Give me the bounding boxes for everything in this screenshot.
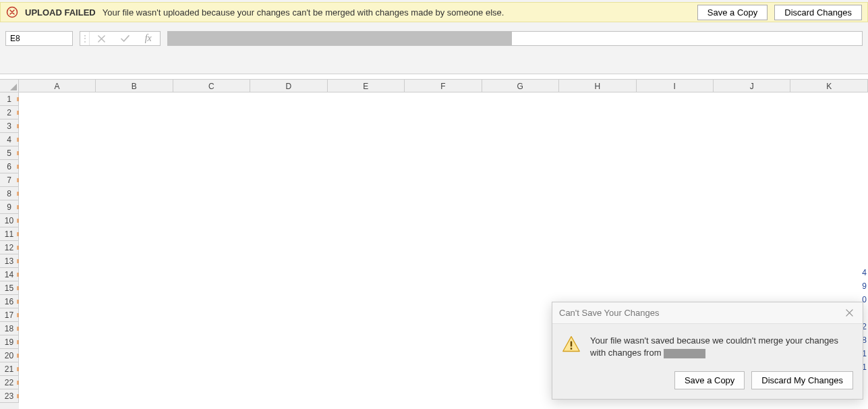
row-header[interactable]: 15	[0, 281, 19, 295]
svg-rect-1	[571, 342, 572, 347]
row-header[interactable]: 16	[0, 295, 19, 308]
row-header[interactable]: 22	[0, 376, 19, 389]
column-header[interactable]: I	[637, 79, 714, 92]
row-header[interactable]: 19	[0, 335, 19, 349]
column-header[interactable]: B	[96, 79, 173, 92]
column-header[interactable]: H	[559, 79, 636, 92]
column-header[interactable]: J	[714, 79, 790, 92]
close-icon[interactable]	[842, 306, 856, 320]
enter-icon[interactable]	[113, 35, 137, 43]
cancel-icon[interactable]	[90, 35, 113, 43]
formula-bar-area: ⋮ fx	[0, 28, 868, 74]
row-header[interactable]: 8	[0, 187, 19, 200]
row-header[interactable]: 11	[0, 227, 19, 241]
row-header[interactable]: 4	[0, 133, 19, 146]
formula-bar-controls: ⋮ fx	[80, 31, 161, 46]
row-header[interactable]: 21	[0, 362, 19, 376]
dialog-title-text: Can't Save Your Changes	[559, 308, 659, 318]
row-header[interactable]: 5	[0, 146, 19, 160]
column-header[interactable]: K	[790, 79, 867, 92]
column-header[interactable]: F	[405, 79, 482, 92]
column-headers: ABCDEFGHIJK	[0, 79, 868, 92]
row-header[interactable]: 17	[0, 308, 19, 322]
cell-fragment: 9	[862, 281, 867, 291]
row-header[interactable]: 12	[0, 241, 19, 254]
upload-failed-bar: UPLOAD FAILED Your file wasn't uploaded …	[0, 2, 868, 22]
row-header[interactable]: 6	[0, 160, 19, 173]
save-copy-button[interactable]: Save a Copy	[697, 5, 768, 20]
fx-icon[interactable]: fx	[136, 33, 160, 44]
row-header[interactable]: 1	[0, 92, 19, 106]
dialog-titlebar: Can't Save Your Changes	[552, 302, 863, 324]
row-header[interactable]: 13	[0, 254, 19, 268]
column-header[interactable]: G	[482, 79, 559, 92]
redacted-name	[664, 349, 705, 358]
row-header[interactable]: 14	[0, 268, 19, 281]
name-box[interactable]	[5, 31, 73, 46]
formula-bar: ⋮ fx	[5, 31, 863, 46]
row-header[interactable]: 9	[0, 200, 19, 214]
error-circle-icon	[6, 6, 18, 18]
row-header[interactable]: 3	[0, 119, 19, 133]
discard-changes-button[interactable]: Discard Changes	[774, 5, 862, 20]
row-header[interactable]: 20	[0, 349, 19, 362]
upload-failed-title: UPLOAD FAILED	[25, 7, 96, 18]
row-header[interactable]: 23	[0, 389, 19, 403]
row-header[interactable]: 10	[0, 214, 19, 227]
formula-input-redacted	[168, 32, 512, 45]
row-header[interactable]: 18	[0, 322, 19, 335]
dialog-discard-button[interactable]: Discard My Changes	[751, 371, 853, 389]
upload-failed-message: Your file wasn't uploaded because your c…	[103, 7, 504, 18]
more-icon[interactable]: ⋮	[80, 32, 90, 45]
row-header[interactable]: 2	[0, 106, 19, 119]
row-headers: 1234567891011121314151617181920212223	[0, 92, 19, 409]
column-header[interactable]: D	[250, 79, 327, 92]
column-header[interactable]: C	[173, 79, 250, 92]
cant-save-dialog: Can't Save Your Changes Your file wasn't…	[552, 302, 863, 400]
column-header[interactable]: E	[328, 79, 405, 92]
cell-fragment: 4	[862, 268, 867, 277]
row-header[interactable]: 7	[0, 173, 19, 187]
dialog-message: Your file wasn't saved because we couldn…	[590, 335, 853, 359]
formula-input[interactable]	[167, 31, 863, 46]
select-all-corner[interactable]	[0, 79, 19, 92]
svg-rect-2	[571, 348, 572, 350]
dialog-save-copy-button[interactable]: Save a Copy	[674, 371, 745, 389]
column-header[interactable]: A	[19, 79, 96, 92]
warning-triangle-icon	[562, 335, 581, 354]
